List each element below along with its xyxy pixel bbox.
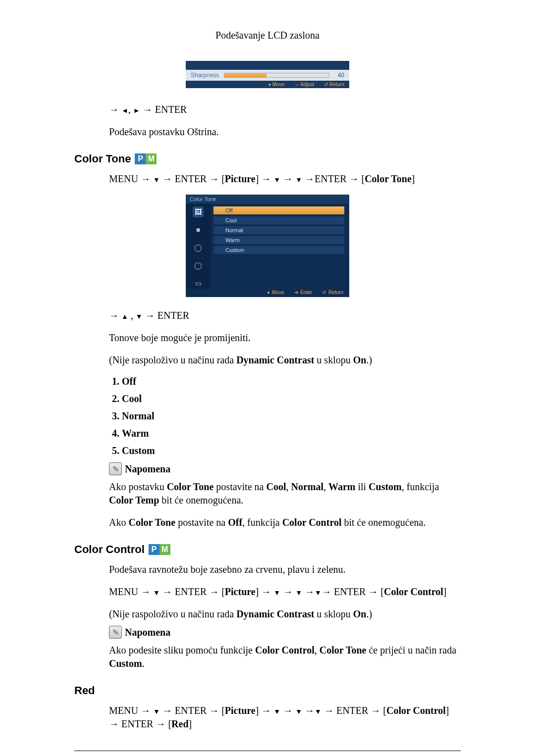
footer-rule [74, 751, 461, 751]
check-icon: ✔ [216, 207, 221, 214]
color-control-heading: Color Control P M [74, 543, 461, 556]
osd-side-loop2-icon: ◯ [193, 260, 204, 271]
list-item: Normal [122, 410, 461, 422]
down-arrow-icon [295, 176, 302, 184]
osd-side-picture-icon: 🖼 [193, 206, 204, 217]
osd-colortone-title: Color Tone [186, 195, 349, 203]
down-arrow-icon [273, 176, 280, 184]
osd-sharpness-bar-fill [224, 73, 266, 77]
badge-p-icon: P [149, 544, 160, 555]
down-arrow-icon [295, 589, 302, 597]
osd-sharpness-footer: ♦ Move ↔ Adjust ↺ Return [186, 81, 349, 88]
badge-p-icon: P [135, 153, 146, 164]
osd-sharpness-bar [224, 73, 329, 78]
osd-adjust-label: ↔ Adjust [294, 82, 314, 87]
up-arrow-icon [121, 313, 128, 320]
osd-colortone-body: 🖼 ■ ◯ ◯ ▭ ✔Off Cool Normal Warm Custom [186, 203, 349, 289]
ct-napomena-1: Ako postavku Color Tone postavite na Coo… [109, 480, 461, 507]
down-arrow-icon [273, 589, 280, 597]
osd-sharpness-value: 40 [334, 72, 344, 79]
down-arrow-icon [153, 176, 160, 184]
cc-napomena-row: ✎ Napomena [109, 626, 461, 639]
osd-item-normal: Normal [214, 226, 344, 234]
left-arrow-icon [121, 107, 128, 114]
color-control-block: Podešava ravnotežu boje zasebno za crven… [109, 563, 461, 670]
sharpness-desc: Podešava postavku Oštrina. [109, 125, 461, 139]
down-arrow-icon [153, 708, 160, 715]
badge-m-icon: M [160, 544, 170, 555]
down-arrow-icon [295, 708, 302, 715]
page: Podešavanje LCD zaslona Sharpness 40 ♦ M… [0, 0, 535, 756]
osd-colortone-footer: ♦ Move ➔ Enter ↺ Return [186, 289, 349, 297]
ct-napomena-2: Ako Color Tone postavite na Off, funkcij… [109, 516, 461, 529]
osd-item-warm: Warm [214, 236, 344, 244]
cc-dc-note: (Nije raspoloživo u načinu rada Dynamic … [109, 607, 461, 621]
list-item: Custom [122, 445, 461, 456]
osd-sharpness-row: Sharpness 40 [186, 70, 349, 81]
list-item: Cool [122, 393, 461, 404]
ct-desc: Tonove boje moguće je promijeniti. [109, 331, 461, 345]
pm-badge-icon: P M [135, 153, 157, 164]
osd-return-label: ↺ Return [324, 82, 344, 87]
osd-side-book-icon: ▭ [193, 278, 204, 289]
napomena-label: Napomena [125, 627, 170, 638]
down-arrow-icon [315, 708, 321, 715]
down-arrow-icon [315, 589, 321, 597]
osd-colortone-list: ✔Off Cool Normal Warm Custom [211, 203, 349, 289]
osd-side-source-icon: ■ [193, 224, 204, 235]
red-path: MENU → → ENTER → [Picture] → → → → ENTER… [109, 704, 461, 731]
sharpness-block: → , → ENTER Podešava postavku Oštrina. [109, 103, 461, 139]
red-block: MENU → → ENTER → [Picture] → → → → ENTER… [109, 704, 461, 731]
red-heading: Red [74, 684, 461, 697]
page-number: 48 [74, 754, 461, 756]
osd-sharpness-panel: Sharpness 40 ♦ Move ↔ Adjust ↺ Return [186, 61, 349, 88]
osd-item-custom: Custom [214, 246, 344, 254]
down-arrow-icon [273, 708, 280, 715]
color-tone-heading: Color Tone P M [74, 152, 461, 165]
osd-colortone-sidebar: 🖼 ■ ◯ ◯ ▭ [186, 203, 211, 289]
cc-napomena-text: Ako podesite sliku pomoću funkcije Color… [109, 644, 461, 670]
napomena-label: Napomena [125, 463, 170, 475]
down-arrow-icon [153, 589, 160, 597]
list-item: Off [122, 376, 461, 387]
osd-move-label: ♦ Move [267, 290, 285, 295]
osd-item-cool: Cool [214, 216, 344, 224]
osd-side-loop1-icon: ◯ [193, 242, 204, 253]
cc-path: MENU → → ENTER → [Picture] → → →→ ENTER … [109, 585, 461, 599]
list-item: Warm [122, 428, 461, 439]
ct-dc-note: (Nije raspoloživo u načinu rada Dynamic … [109, 353, 461, 367]
cc-desc: Podešava ravnotežu boje zasebno za crven… [109, 563, 461, 576]
osd-item-off: ✔Off [214, 206, 344, 214]
color-tone-block: MENU → → ENTER → [Picture] → → →ENTER → … [109, 172, 461, 186]
down-arrow-icon [136, 313, 143, 320]
color-tone-path: MENU → → ENTER → [Picture] → → →ENTER → … [109, 172, 461, 186]
pm-badge-icon: P M [149, 544, 170, 555]
osd-move-label: ♦ Move [268, 82, 284, 87]
sharpness-nav: → , → ENTER [109, 103, 461, 116]
osd-sharpness-top [186, 61, 349, 70]
badge-m-icon: M [146, 153, 157, 164]
right-arrow-icon [133, 107, 140, 114]
ct-options-list: Off Cool Normal Warm Custom [109, 376, 461, 456]
osd-colortone-panel: Color Tone 🖼 ■ ◯ ◯ ▭ ✔Off Cool Normal Wa… [186, 195, 349, 297]
osd-sharpness-label: Sharpness [191, 72, 219, 79]
page-header: Podešavanje LCD zaslona [74, 30, 461, 41]
ct-napomena-row: ✎ Napomena [109, 462, 461, 475]
note-icon: ✎ [109, 462, 122, 475]
ct-nav: → , → ENTER [109, 309, 461, 322]
color-tone-body-block: → , → ENTER Tonove boje moguće je promij… [109, 309, 461, 529]
note-icon: ✎ [109, 626, 122, 639]
osd-enter-label: ➔ Enter [294, 290, 314, 295]
osd-return-label: ↺ Return [322, 290, 344, 295]
